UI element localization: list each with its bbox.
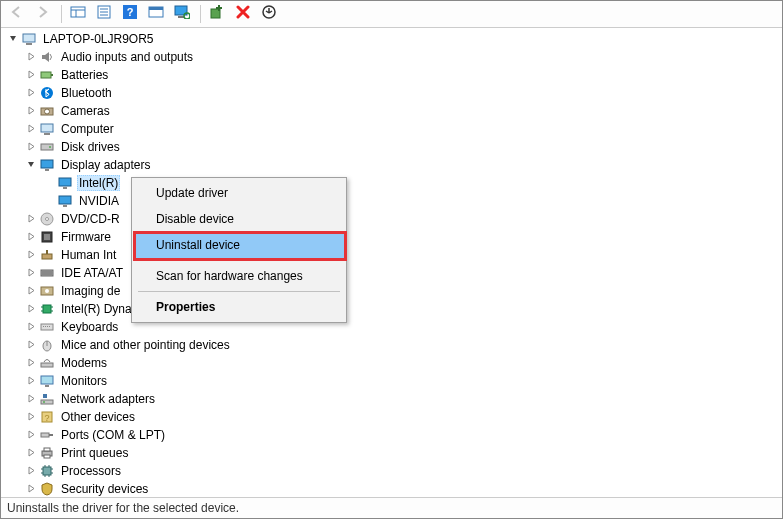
device-category[interactable]: Audio inputs and outputs: [1, 48, 782, 66]
scan-hardware-button[interactable]: [170, 3, 194, 25]
computer-icon: [39, 121, 55, 137]
back-button[interactable]: [5, 3, 29, 25]
chevron-right-icon[interactable]: [23, 121, 39, 137]
device-category[interactable]: Network adapters: [1, 390, 782, 408]
node-label: Other devices: [59, 409, 137, 425]
device-category[interactable]: Human Int: [1, 246, 782, 264]
chevron-right-icon[interactable]: [23, 67, 39, 83]
chevron-right-icon[interactable]: [23, 229, 39, 245]
chevron-right-icon[interactable]: [23, 85, 39, 101]
device-category[interactable]: Processors: [1, 462, 782, 480]
chevron-right-icon[interactable]: [23, 301, 39, 317]
device-category[interactable]: Batteries: [1, 66, 782, 84]
chevron-right-icon[interactable]: [23, 337, 39, 353]
port-icon: [39, 427, 55, 443]
svg-text:?: ?: [127, 6, 134, 18]
add-legacy-icon: [210, 5, 224, 22]
device-category[interactable]: Ports (COM & LPT): [1, 426, 782, 444]
svg-point-25: [45, 109, 50, 114]
device-leaf[interactable]: Intel(R): [1, 174, 782, 192]
device-manager-window: ? LAPTOP-0LJR9OR5Audio inputs and output…: [0, 0, 783, 519]
uninstall-button[interactable]: [231, 3, 255, 25]
camera-icon: [39, 103, 55, 119]
chevron-right-icon[interactable]: [23, 409, 39, 425]
node-label: Security devices: [59, 481, 150, 497]
chevron-right-icon[interactable]: [23, 103, 39, 119]
device-category[interactable]: Firmware: [1, 228, 782, 246]
processor-icon: [39, 463, 55, 479]
context-menu-item[interactable]: Disable device: [134, 206, 344, 232]
node-label: Computer: [59, 121, 116, 137]
computer-icon: [21, 31, 37, 47]
node-label: Human Int: [59, 247, 118, 263]
svg-marker-20: [42, 52, 49, 62]
svg-rect-30: [41, 160, 53, 168]
device-category[interactable]: IDE ATA/AT: [1, 264, 782, 282]
chevron-right-icon[interactable]: [23, 283, 39, 299]
ide-icon: [39, 265, 55, 281]
svg-rect-26: [41, 124, 53, 132]
chevron-right-icon[interactable]: [23, 445, 39, 461]
device-category[interactable]: Modems: [1, 354, 782, 372]
chevron-right-icon[interactable]: [23, 481, 39, 497]
add-legacy-button[interactable]: [205, 3, 229, 25]
node-label: Audio inputs and outputs: [59, 49, 195, 65]
audio-icon: [39, 49, 55, 65]
status-bar: Uninstalls the driver for the selected d…: [1, 497, 782, 518]
node-label: Bluetooth: [59, 85, 114, 101]
context-menu-item[interactable]: Scan for hardware changes: [134, 263, 344, 289]
context-menu-item[interactable]: Properties: [134, 294, 344, 320]
device-category[interactable]: Monitors: [1, 372, 782, 390]
context-menu-item[interactable]: Update driver: [134, 180, 344, 206]
show-hidden-devices-button[interactable]: [66, 3, 90, 25]
chevron-right-icon[interactable]: [23, 319, 39, 335]
chip-icon: [39, 301, 55, 317]
chevron-right-icon[interactable]: [23, 265, 39, 281]
device-tree[interactable]: LAPTOP-0LJR9OR5Audio inputs and outputsB…: [1, 28, 782, 497]
chevron-right-icon[interactable]: [23, 373, 39, 389]
svg-rect-27: [44, 133, 50, 135]
device-category[interactable]: Security devices: [1, 480, 782, 497]
device-category[interactable]: Print queues: [1, 444, 782, 462]
action-button[interactable]: [144, 3, 168, 25]
device-category[interactable]: Keyboards: [1, 318, 782, 336]
chevron-right-icon[interactable]: [23, 355, 39, 371]
display-icon: [57, 175, 73, 191]
forward-button[interactable]: [31, 3, 55, 25]
node-label: Modems: [59, 355, 109, 371]
svg-rect-61: [45, 385, 49, 387]
device-category[interactable]: Intel(R) Dynamic Platform and Thermal Fr…: [1, 300, 782, 318]
device-category[interactable]: ?Other devices: [1, 408, 782, 426]
device-category[interactable]: Computer: [1, 120, 782, 138]
device-category[interactable]: Display adapters: [1, 156, 782, 174]
device-category[interactable]: Bluetooth: [1, 84, 782, 102]
chevron-right-icon[interactable]: [23, 139, 39, 155]
device-category[interactable]: Disk drives: [1, 138, 782, 156]
tree-spacer: [41, 193, 57, 209]
modem-icon: [39, 355, 55, 371]
update-driver-button[interactable]: [257, 3, 281, 25]
chevron-right-icon[interactable]: [23, 463, 39, 479]
chevron-down-icon[interactable]: [5, 31, 21, 47]
chevron-right-icon[interactable]: [23, 391, 39, 407]
chevron-right-icon[interactable]: [23, 211, 39, 227]
svg-rect-64: [43, 394, 47, 398]
svg-rect-53: [43, 326, 44, 327]
context-menu-item[interactable]: Uninstall device: [134, 232, 344, 258]
svg-rect-71: [44, 455, 50, 458]
device-category[interactable]: Mice and other pointing devices: [1, 336, 782, 354]
chevron-right-icon[interactable]: [23, 49, 39, 65]
device-root[interactable]: LAPTOP-0LJR9OR5: [1, 30, 782, 48]
chevron-right-icon[interactable]: [23, 247, 39, 263]
device-leaf[interactable]: NVIDIA: [1, 192, 782, 210]
svg-rect-21: [41, 72, 51, 78]
chevron-down-icon[interactable]: [23, 157, 39, 173]
device-category[interactable]: DVD/CD-R: [1, 210, 782, 228]
help-button[interactable]: ?: [118, 3, 142, 25]
chevron-right-icon[interactable]: [23, 427, 39, 443]
properties-button[interactable]: [92, 3, 116, 25]
device-category[interactable]: Cameras: [1, 102, 782, 120]
svg-rect-19: [26, 43, 32, 45]
device-category[interactable]: Imaging de: [1, 282, 782, 300]
status-text: Uninstalls the driver for the selected d…: [7, 501, 239, 515]
